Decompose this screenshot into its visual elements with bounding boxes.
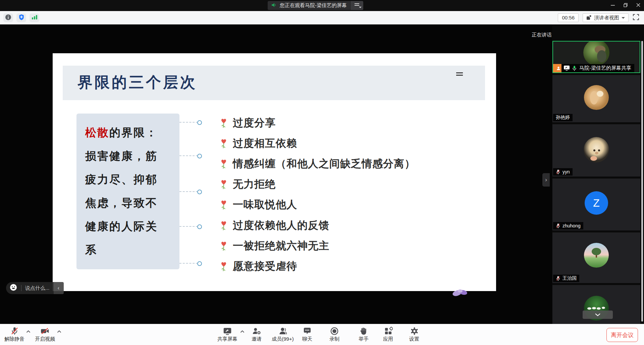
participant-name: zhuhong [562,223,581,228]
chat-placeholder[interactable]: 说点什么... [25,285,50,291]
members-icon [278,327,287,336]
mic-muted-icon [556,223,560,229]
start-video-button[interactable]: 开启视频 [31,327,59,342]
slide-title-band: 界限的三个层次 [63,66,485,100]
participant-name: yyn [562,169,570,175]
connector-line [179,155,198,156]
banner-menu-button[interactable] [350,1,363,10]
sidebar-scrollbar[interactable] [641,41,643,322]
participant-tile[interactable]: 孙艳婷 [552,75,640,122]
participant-tile-sharing[interactable]: 马院-梁佳艺的屏幕共享 [552,41,640,73]
slide-text-box: 松散的界限： 损害健康，筋 疲力尽、抑郁 焦虑，导致不 健康的人际关 系 [76,114,179,269]
apps-button[interactable]: 应用 [378,327,398,342]
connector-dot [197,190,202,194]
rose-icon [220,179,228,190]
slide-title: 界限的三个层次 [63,66,485,92]
shared-screen-stage: 正在讲话: 马院-梁佳艺; 界限的三个层次 松散的界限： 损害健康，筋 疲力尽、… [0,24,644,324]
speaker-icon [271,2,277,9]
video-options-chevron[interactable] [57,330,61,333]
share-screen-icon [223,327,232,336]
connector-line [179,122,198,123]
participant-tile[interactable]: yyn [552,124,640,177]
connector-dot [197,224,202,229]
chevron-down-icon [622,17,625,19]
window-controls [610,0,641,11]
participant-label: 孙艳婷 [553,114,573,121]
meeting-info-button[interactable] [3,13,13,22]
meeting-top-toolbar: 00:56 演讲者视图 [0,11,644,24]
rose-icon [220,158,228,169]
rose-icon [220,220,228,231]
chevron-down-icon [595,313,601,317]
raise-hand-button[interactable]: 举手 [354,327,374,342]
watching-banner: 您正在观看马院-梁佳艺的屏幕 [268,1,363,10]
mic-on-icon [572,65,577,71]
rose-icon [220,261,228,272]
shared-slide: 界限的三个层次 松散的界限： 损害健康，筋 疲力尽、抑郁 焦虑，导致不 健康的人… [53,53,496,291]
scroll-more-button[interactable] [583,310,613,319]
chat-icon [303,327,312,336]
participant-tile[interactable]: Z zhuhong [552,179,640,230]
participant-label: 马院-梁佳艺的屏幕共享 [553,64,634,72]
connector-dot [197,154,202,158]
connector-dot [197,261,202,266]
chat-quick-input[interactable]: 说点什么... ‹ [6,282,64,294]
participants-sidebar: 马院-梁佳艺的屏幕共享 孙艳婷 yyn [552,24,644,324]
participant-label: yyn [553,168,573,176]
flower-decoration [451,288,470,299]
audio-options-chevron[interactable] [26,330,31,333]
avatar: Z [585,191,608,215]
members-button[interactable]: 成员(99+) [268,327,297,342]
emoji-icon[interactable] [9,283,17,293]
mic-muted-icon [10,327,19,336]
fullscreen-button[interactable] [633,14,639,22]
restore-button[interactable] [623,3,628,9]
chat-button[interactable]: 聊天 [297,327,317,342]
encryption-button[interactable] [16,13,26,22]
invite-button[interactable]: 邀请 [247,327,267,342]
view-mode-button[interactable]: 演讲者视图 [583,13,629,22]
avatar [584,243,609,268]
minimize-button[interactable] [610,3,615,9]
share-screen-button[interactable]: 共享屏幕 [213,327,241,342]
network-quality-button[interactable] [30,13,39,22]
window-titlebar: 您正在观看马院-梁佳艺的屏幕 [0,0,644,11]
close-button[interactable] [636,3,641,9]
share-options-chevron[interactable] [240,330,245,333]
record-icon [330,327,339,336]
meeting-timer: 00:56 [558,13,579,22]
chat-collapse-button[interactable]: ‹ [54,282,64,294]
sidebar-collapse-handle[interactable]: › [542,173,550,187]
mic-muted-icon [556,169,560,175]
box-emphasis: 松散 [85,126,109,139]
apps-icon [384,327,393,336]
participant-tile[interactable]: 王治国 [552,232,640,283]
participant-name: 马院-梁佳艺的屏幕共享 [579,65,631,71]
participant-name: 王治国 [562,275,577,281]
record-button[interactable]: 录制 [324,327,344,342]
raise-hand-icon [359,327,368,336]
rose-icon [220,199,228,210]
connector-line [179,191,198,192]
rose-icon [220,118,228,128]
info-icon [5,14,11,22]
rose-icon [220,240,228,251]
screen-share-icon [564,65,570,71]
connector-dot [197,120,202,125]
avatar [583,41,609,66]
speaker-view-icon [586,15,592,21]
avatar [584,85,609,110]
slide-menu-icon [456,71,463,76]
invite-icon [252,327,261,336]
leave-meeting-button[interactable]: 离开会议 [606,328,638,342]
avatar [584,137,609,162]
connector-line [179,263,198,264]
camera-muted-icon [40,327,50,336]
mic-muted-icon [556,276,560,281]
participant-name: 孙艳婷 [556,115,570,121]
view-mode-label: 演讲者视图 [594,15,619,21]
unmute-button[interactable]: 解除静音 [1,327,28,342]
participant-badge-icon [553,64,561,72]
settings-button[interactable]: 设置 [404,327,424,342]
watching-label: 您正在观看马院-梁佳艺的屏幕 [280,2,347,9]
